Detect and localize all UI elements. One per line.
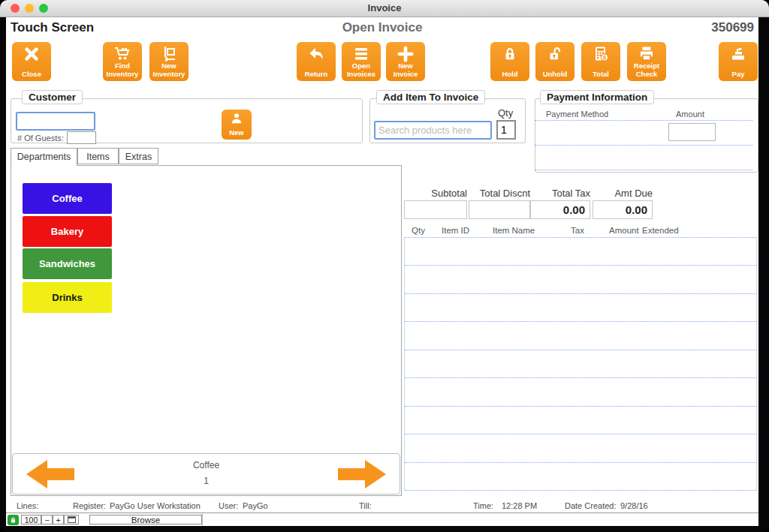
invoice-line-row[interactable]: [405, 434, 756, 462]
new-inventory-button[interactable]: New Inventory: [149, 42, 188, 81]
payment-method-label: Payment Method: [546, 110, 608, 119]
department-button-coffee[interactable]: Coffee: [23, 183, 112, 214]
col-header-item-name: Item Name: [493, 226, 535, 235]
product-search-input[interactable]: [374, 121, 492, 140]
plus-icon: [386, 45, 425, 63]
departments-panel: Coffee Bakery Sandwiches Drinks: [11, 165, 402, 496]
open-invoices-list-icon: [342, 45, 381, 63]
col-header-tax: Tax: [571, 226, 584, 235]
zoom-window-button[interactable]: [39, 4, 48, 13]
close-icon: [12, 45, 51, 63]
subtotal-label: Subtotal: [404, 188, 467, 200]
col-header-item-id: Item ID: [442, 226, 469, 235]
department-button-sandwiches[interactable]: Sandwiches: [23, 248, 112, 279]
person-icon: [222, 111, 252, 126]
minimize-window-button[interactable]: [25, 4, 34, 13]
invoice-line-row[interactable]: [405, 463, 756, 491]
date-created-value: 9/28/16: [620, 501, 648, 510]
filemaker-status-toolbar: 100 − + Browse: [6, 512, 758, 526]
register-label: Register:: [73, 501, 106, 510]
invoice-line-row[interactable]: [405, 350, 756, 378]
receipt-check-button[interactable]: Receipt Check: [627, 42, 666, 81]
total-calculator-icon: $: [581, 45, 620, 63]
pay-button[interactable]: Pay: [719, 42, 758, 81]
payment-list: [535, 120, 752, 170]
time-value: 12:28 PM: [502, 501, 537, 510]
tab-items[interactable]: Items: [77, 148, 119, 164]
invoice-line-row[interactable]: [405, 322, 756, 350]
time-label: Time:: [473, 501, 493, 510]
add-item-legend: Add Item To Invoice: [376, 90, 485, 104]
till-label: Till:: [359, 501, 372, 510]
toolbar-divider: [202, 513, 203, 526]
unhold-button[interactable]: Unhold: [535, 42, 574, 81]
page-title: Open Invoice: [6, 20, 758, 35]
lines-label: Lines:: [17, 501, 38, 510]
close-button[interactable]: Close: [12, 42, 51, 81]
invoice-number: 350699: [711, 20, 754, 35]
zoom-in-button[interactable]: +: [53, 515, 64, 524]
col-header-qty: Qty: [412, 226, 425, 235]
customer-name-input[interactable]: [16, 112, 95, 131]
find-inventory-button[interactable]: Find Inventory: [103, 42, 142, 81]
zoom-level-field[interactable]: 100: [21, 515, 41, 524]
qty-input[interactable]: [496, 120, 516, 140]
receipt-printer-icon: [627, 45, 666, 63]
new-inventory-handtruck-icon: [149, 45, 188, 63]
customer-legend: Customer: [22, 90, 83, 104]
find-inventory-cart-icon: [103, 45, 142, 63]
payment-row[interactable]: [535, 121, 752, 146]
next-page-arrow-icon[interactable]: [338, 460, 386, 488]
department-pager: Coffee 1: [12, 453, 400, 494]
user-label: User:: [219, 501, 238, 510]
hide-toolbar-button[interactable]: [64, 515, 79, 524]
zoom-out-button[interactable]: −: [41, 515, 53, 524]
invoice-line-row[interactable]: [405, 238, 756, 266]
tab-extras[interactable]: Extras: [119, 148, 158, 164]
qty-label: Qty: [498, 107, 513, 119]
new-customer-button[interactable]: New: [222, 110, 252, 140]
invoice-line-row[interactable]: [405, 407, 756, 434]
unhold-open-lock-icon: [535, 45, 574, 63]
user-value: PayGo: [243, 501, 268, 510]
return-button[interactable]: Return: [297, 42, 336, 81]
lock-icon[interactable]: [8, 515, 19, 525]
window-title: Invoice: [0, 0, 769, 17]
subtotal-value: [404, 200, 467, 219]
invoice-line-row[interactable]: [405, 266, 756, 293]
guests-input[interactable]: [67, 131, 96, 144]
add-item-group: Add Item To Invoice Qty: [369, 98, 526, 143]
customer-group: Customer # Of Guests: New: [11, 98, 363, 143]
invoice-line-row[interactable]: [405, 378, 756, 406]
department-button-bakery[interactable]: Bakery: [23, 216, 112, 247]
svg-text:$: $: [603, 55, 606, 61]
discount-label: Total Discnt: [469, 188, 530, 200]
app-window: Invoice Touch Screen Open Invoice 350699…: [0, 0, 769, 532]
payment-row[interactable]: [535, 146, 752, 170]
col-header-extended: Extended: [642, 226, 679, 235]
invoice-line-row[interactable]: [405, 294, 756, 322]
tax-label: Total Tax: [530, 188, 590, 200]
mode-selector[interactable]: Browse: [89, 515, 202, 524]
hold-lock-icon: [490, 45, 529, 63]
department-button-drinks[interactable]: Drinks: [23, 282, 112, 313]
invoice-lines-body: [404, 237, 757, 491]
payment-amount-input[interactable]: [668, 123, 716, 141]
payment-legend: Payment Information: [540, 90, 654, 104]
open-invoices-button[interactable]: Open Invoices: [342, 42, 381, 81]
tax-value: 0.00: [530, 200, 590, 219]
hold-button[interactable]: Hold: [490, 42, 529, 81]
guests-label: # Of Guests:: [17, 134, 64, 143]
pay-cash-register-icon: [719, 45, 758, 63]
date-created-label: Date Created:: [565, 501, 616, 510]
amt-due-value: 0.00: [593, 200, 653, 219]
return-arrow-icon: [297, 45, 336, 63]
invoice-screen: Touch Screen Open Invoice 350699 Close F…: [6, 17, 758, 526]
total-button[interactable]: $ Total: [581, 42, 620, 81]
payment-amount-label: Amount: [665, 110, 716, 119]
new-invoice-button[interactable]: New Invoice: [386, 42, 425, 81]
tab-departments[interactable]: Departments: [11, 148, 77, 166]
discount-value: [469, 200, 530, 219]
close-window-button[interactable]: [11, 4, 20, 13]
register-value: PayGo User Workstation: [110, 501, 201, 510]
